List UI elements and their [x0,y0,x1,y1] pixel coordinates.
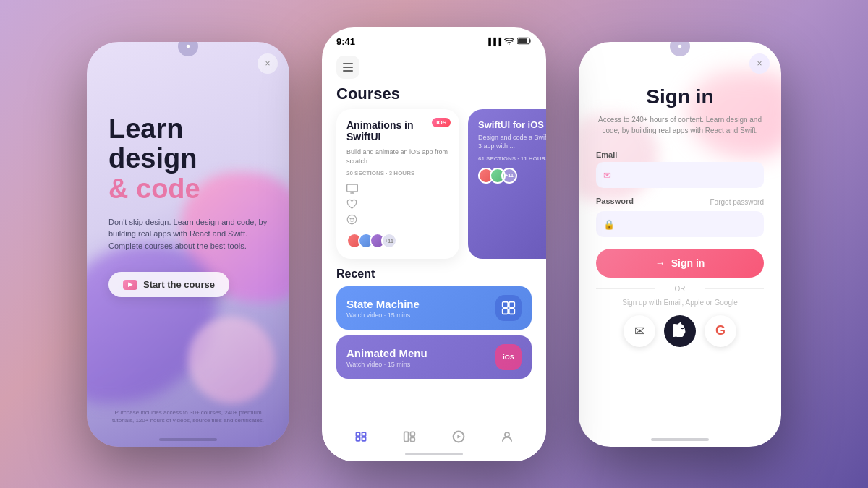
course-avatars-1: +11 [346,233,449,249]
signup-text: Sign up with Email, Apple or Google [596,299,764,307]
svg-point-5 [347,215,357,225]
start-course-button[interactable]: ▶ Start the course [109,272,229,297]
nav-home[interactable] [351,427,371,447]
course-title-2: SwiftUI for iOS 15 [478,119,546,130]
svg-point-7 [353,218,354,219]
recent-icon-2: iOS [495,344,522,370]
social-email-button[interactable]: ✉ [624,315,655,347]
phones-container: × Learn design & code Don't skip design.… [0,0,868,488]
course-meta-2: 61 SECTIONS · 11 HOURS [478,155,546,162]
svg-rect-17 [411,432,415,436]
signal-icon: ▐▐▐ [486,38,501,46]
signin-button[interactable]: → Sign in [596,249,764,278]
home-indicator-right [651,438,709,441]
svg-point-21 [505,432,509,437]
status-icons: ▐▐▐ [486,37,532,46]
email-social-icon: ✉ [634,323,645,339]
course-desc-1: Build and animate an iOS app from scratc… [346,147,449,166]
svg-rect-8 [503,302,508,308]
pin-button-right [670,42,690,56]
svg-rect-16 [404,432,409,441]
course-card-1[interactable]: iOS Animations in SwiftUI Build and anim… [336,109,459,260]
svg-rect-11 [509,309,515,314]
google-icon: G [715,323,726,338]
svg-rect-12 [356,432,359,436]
svg-rect-9 [509,302,515,308]
close-button-left[interactable]: × [258,53,278,74]
footnote: Purchase includes access to 30+ courses,… [109,408,268,424]
close-button-right[interactable]: × [749,53,770,74]
header [322,50,546,82]
nav-profile[interactable] [497,427,517,447]
svg-rect-4 [347,184,358,192]
course-badge-1: iOS [432,118,451,127]
play-icon: ▶ [123,280,137,290]
password-group: Password Forgot password 🔒 [596,197,764,237]
recent-card-1[interactable]: State Machine Watch video · 15 mins [336,286,532,330]
wifi-icon [504,37,514,46]
phone-mid: 9:41 ▐▐▐ [322,27,546,461]
email-icon: ✉ [603,169,611,180]
courses-title: Courses [322,82,546,109]
emoji-icon [346,214,449,227]
password-icon: 🔒 [603,218,615,229]
svg-rect-13 [362,432,365,436]
heart-icon [346,199,449,211]
recent-meta-2: Watch video · 15 mins [346,361,427,368]
avatar-count: +11 [501,168,517,184]
svg-point-1 [509,43,509,44]
course-meta-1: 20 SECTIONS · 3 HOURS [346,170,449,176]
monitor-icon [346,184,449,196]
social-apple-button[interactable] [664,315,696,347]
home-indicator-left [159,438,217,441]
svg-rect-3 [518,38,527,43]
svg-rect-15 [362,437,365,440]
social-google-button[interactable]: G [705,315,736,347]
battery-icon [517,37,532,46]
svg-point-0 [187,44,190,48]
recent-icon-1 [495,295,522,321]
subtext: Don't skip design. Learn design and code… [109,216,268,252]
recent-title-1: State Machine [346,298,420,310]
svg-point-22 [678,44,682,48]
phone-left: × Learn design & code Don't skip design.… [87,42,289,447]
avatar-count: +11 [381,233,397,249]
signin-title: Sign in [596,85,764,108]
email-label: Email [596,150,764,159]
courses-scroll: iOS Animations in SwiftUI Build and anim… [322,109,546,260]
email-input[interactable] [596,162,764,188]
signin-button-label: Sign in [671,257,705,269]
arrow-icon: → [655,257,665,269]
headline: Learn design & code [109,114,268,205]
course-desc-2: Design and code a SwiftUI 3 app with ... [478,133,546,151]
card-actions [346,184,449,227]
pin-button-left [178,42,198,56]
password-input[interactable] [596,211,764,237]
status-time: 9:41 [336,36,355,47]
recent-title-2: Animated Menu [346,347,427,359]
recent-title: Recent [336,267,532,281]
home-indicator-mid [405,453,463,455]
email-group: Email ✉ [596,150,764,188]
signin-desc: Access to 240+ hours of content. Learn d… [596,114,764,136]
forgot-password-link[interactable]: Forgot password [710,198,764,206]
svg-rect-14 [356,437,359,440]
recent-card-2[interactable]: Animated Menu Watch video · 15 mins iOS [336,335,532,379]
phone-right: × Sign in Access to 240+ hours of conten… [579,42,781,447]
svg-rect-18 [411,437,415,441]
recent-meta-1: Watch video · 15 mins [346,312,420,319]
course-card-2[interactable]: SwiftUI for iOS 15 Design and code a Swi… [468,109,546,260]
status-bar: 9:41 ▐▐▐ [322,27,546,50]
svg-rect-10 [503,309,508,314]
nav-play[interactable] [448,427,469,447]
apple-icon [673,321,687,341]
recent-section: Recent State Machine Watch video · 15 mi… [322,259,546,390]
svg-marker-20 [457,435,461,438]
svg-point-6 [350,218,351,219]
hamburger-menu[interactable] [336,56,359,79]
or-divider: OR [596,285,764,293]
signin-content: Sign in Access to 240+ hours of content.… [596,85,764,347]
nav-grid[interactable] [399,427,420,447]
password-label: Password [596,197,634,205]
social-buttons: ✉ G [596,315,764,347]
